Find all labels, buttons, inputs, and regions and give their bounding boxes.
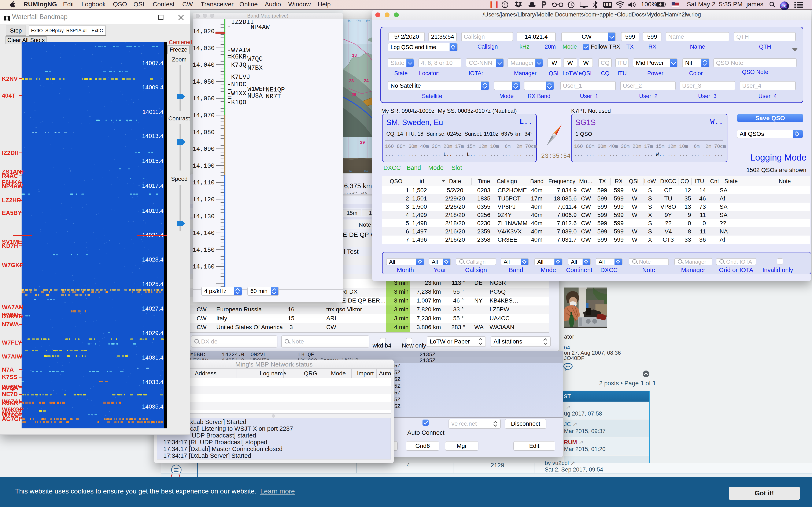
svg-text:100: 100	[364, 170, 368, 173]
svg-text:14,160: 14,160	[193, 264, 215, 270]
svg-text:14,150: 14,150	[193, 247, 215, 254]
svg-text:120: 120	[366, 20, 370, 23]
svg-text:24: 24	[364, 78, 369, 83]
svg-text:NE1QP: NE1QP	[266, 86, 285, 93]
svg-text:14,030: 14,030	[193, 45, 215, 52]
svg-text:=K6KR: =K6KR	[227, 53, 246, 60]
svg-text:105: 105	[356, 20, 361, 23]
svg-text:14,070: 14,070	[193, 112, 215, 119]
svg-text:23: 23	[349, 78, 354, 83]
svg-text:18: 18	[352, 53, 357, 58]
svg-text:14,050: 14,050	[193, 78, 215, 86]
svg-text:14,110: 14,110	[193, 179, 215, 186]
svg-text:14,140: 14,140	[193, 230, 215, 237]
svg-text:-W7AIW: -W7AIW	[227, 47, 250, 54]
svg-text:-IZ2DII: -IZ2DII	[227, 19, 254, 26]
svg-text:NP4AW: NP4AW	[251, 24, 270, 31]
svg-text:14,060: 14,060	[193, 95, 215, 102]
svg-text:NR7T: NR7T	[266, 93, 281, 100]
svg-text:14,020: 14,020	[193, 28, 215, 35]
svg-text:90: 90	[349, 170, 352, 173]
svg-text:14,040: 14,040	[193, 62, 215, 69]
svg-text:W1WEF: W1WEF	[247, 86, 266, 93]
svg-text:NU3A: NU3A	[247, 92, 263, 100]
svg-text:-K7LVJ: -K7LVJ	[227, 73, 250, 81]
svg-text:29: 29	[360, 140, 365, 145]
svg-text:N7BX: N7BX	[247, 64, 263, 72]
svg-text:26: 26	[352, 92, 356, 97]
svg-text:-: -	[227, 23, 231, 31]
svg-text:-K7JQ: -K7JQ	[227, 61, 246, 69]
svg-text:14,080: 14,080	[193, 129, 215, 136]
svg-text:-K1QO: -K1QO	[227, 99, 246, 106]
svg-text:14,130: 14,130	[193, 213, 215, 220]
svg-text:14,100: 14,100	[193, 163, 215, 170]
svg-text:14,090: 14,090	[193, 146, 215, 153]
svg-text:14,120: 14,120	[193, 196, 215, 203]
svg-text:90: 90	[347, 20, 350, 23]
svg-text:W7QC: W7QC	[247, 55, 263, 62]
